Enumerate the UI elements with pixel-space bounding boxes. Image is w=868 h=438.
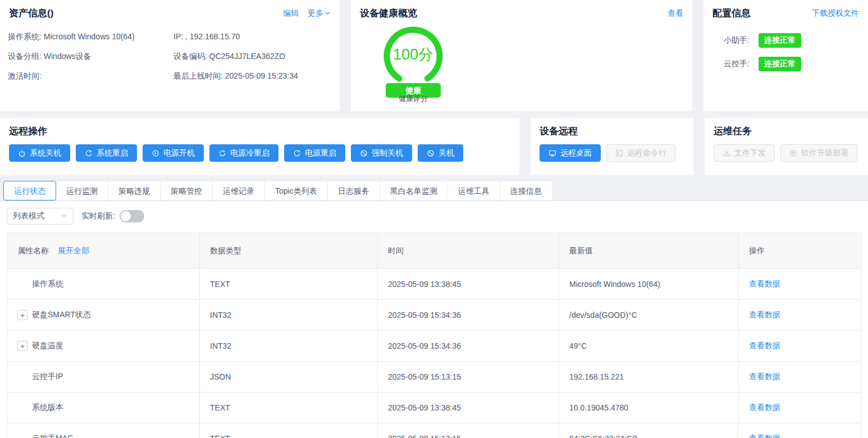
col-latest-value: 最新值 [559, 233, 739, 269]
asset-field-last-online: 最后上线时间: 2025-05-09 15:23:34 [173, 71, 332, 81]
remote-ops-title: 远程操作 [9, 125, 47, 138]
chevron-down-icon [325, 10, 331, 16]
remote-operations-panel: 远程操作 系统关机 系统重启 电源开机 电源冷重启 电源重启 [0, 118, 519, 175]
health-gauge: 100分 健康评分 健康 [380, 24, 446, 98]
tab-policy-violation[interactable]: 策略违规 [108, 181, 161, 200]
assistant-status-badge: 连接正常 [759, 33, 801, 48]
action-row: 远程操作 系统关机 系统重启 电源开机 电源冷重启 电源重启 [0, 118, 868, 175]
table-row: +硬盘温度 INT32 2025-05-09 15:34:36 49°C 查看数… [7, 331, 861, 362]
system-restart-button[interactable]: 系统重启 [76, 144, 137, 162]
shutdown-button[interactable]: 关机 [418, 144, 463, 162]
remote-cli-button[interactable]: 远程命令行 [606, 144, 675, 162]
power-icon [18, 149, 26, 157]
asset-field-code: 设备编码: QC254JJ7LEA362ZO [173, 52, 332, 62]
view-data-link[interactable]: 查看数据 [749, 372, 780, 382]
view-data-link[interactable]: 查看数据 [749, 403, 780, 413]
download-license-link[interactable]: 下载授权文件 [812, 8, 859, 19]
tab-content: 列表模式 实时刷新: 属性名称展开全部 数据类型 时间 最新值 操作 操作系统 … [0, 201, 868, 438]
edit-link[interactable]: 编辑 [283, 8, 299, 19]
file-dispatch-button[interactable]: 文件下发 [714, 144, 775, 162]
tab-running-monitor[interactable]: 运行监测 [56, 181, 108, 200]
config-row-assistant: 小助手: 连接正常 [724, 33, 868, 48]
col-data-type: 数据类型 [200, 233, 378, 269]
asset-field-group: 设备分组: Windows设备 [8, 52, 173, 62]
tab-topic-list[interactable]: Topic类列表 [265, 181, 328, 200]
cloud-controller-status-badge: 连接正常 [759, 57, 801, 71]
health-score: 100分 [380, 44, 446, 65]
table-row: +硬盘SMART状态 INT32 2025-05-09 15:34:36 /de… [7, 300, 861, 331]
health-view-link[interactable]: 查看 [668, 8, 683, 19]
device-remote-title: 设备远程 [540, 125, 578, 138]
tab-bar: 运行状态 运行监测 策略违规 策略管控 运维记录 Topic类列表 日志服务 黑… [0, 181, 868, 201]
remote-desktop-button[interactable]: 远程桌面 [540, 144, 601, 162]
ops-tasks-title: 运维任务 [714, 125, 752, 138]
tab-connection-info[interactable]: 连接信息 [500, 181, 552, 200]
table-row: 云控手MAC TEXT 2025-05-09 15:13:15 94:3C:C6… [7, 423, 861, 438]
table-row: 系统版本 TEXT 2025-05-09 13:38:45 10.0.19045… [7, 393, 861, 423]
tab-blackwhite-monitor[interactable]: 黑白名单监测 [380, 181, 448, 200]
config-info-panel: 配置信息 下载授权文件 小助手: 连接正常 云控手: 连接正常 [703, 0, 868, 111]
config-title: 配置信息 [712, 7, 751, 20]
software-upgrade-deploy-button[interactable]: 软件升级部署 [780, 144, 857, 162]
col-action: 操作 [739, 233, 861, 269]
expand-all-link[interactable]: 展开全部 [58, 246, 89, 256]
attributes-table: 属性名称展开全部 数据类型 时间 最新值 操作 操作系统 TEXT 2025-0… [7, 232, 861, 438]
device-remote-panel: 设备远程 远程桌面 远程命令行 [531, 118, 693, 175]
refresh-icon [218, 149, 226, 157]
toggle-knob [121, 211, 131, 221]
monitor-icon [549, 149, 556, 157]
view-data-link[interactable]: 查看数据 [749, 279, 780, 289]
reload-icon [293, 149, 301, 157]
health-title: 设备健康概览 [360, 7, 417, 20]
view-data-link[interactable]: 查看数据 [749, 310, 780, 320]
col-time: 时间 [378, 233, 559, 269]
power-on-button[interactable]: 电源开机 [143, 144, 204, 162]
tab-policy-control[interactable]: 策略管控 [161, 181, 213, 200]
ops-tasks-panel: 运维任务 文件下发 软件升级部署 [705, 118, 868, 175]
more-link[interactable]: 更多 [308, 8, 331, 19]
view-data-link[interactable]: 查看数据 [749, 434, 780, 438]
tab-ops-tools[interactable]: 运维工具 [448, 181, 500, 200]
col-attr-name: 属性名称 [17, 246, 49, 256]
power-restart-button[interactable]: 电源重启 [284, 144, 345, 162]
chevron-down-icon [61, 212, 67, 219]
list-mode-select[interactable]: 列表模式 [7, 208, 74, 225]
system-shutdown-button[interactable]: 系统关机 [9, 144, 70, 162]
tab-running-status[interactable]: 运行状态 [3, 181, 56, 200]
ban-icon [427, 149, 435, 157]
health-score-label: 健康评分 [380, 94, 446, 104]
asset-field-os: 操作系统: Microsoft Windows 10(64) [8, 32, 173, 42]
expand-button[interactable]: + [17, 341, 28, 351]
realtime-refresh-label: 实时刷新: [81, 211, 115, 221]
realtime-refresh-toggle[interactable] [120, 210, 144, 222]
power-cold-restart-button[interactable]: 电源冷重启 [209, 144, 278, 162]
device-health-panel: 设备健康概览 查看 100分 健康评分 健康 [351, 0, 692, 111]
top-row: 资产信息() 编辑 更多 操作系统: Microsoft Windows 10(… [0, 0, 868, 111]
asset-field-ip: IP: , 192.168.15.70 [173, 32, 332, 42]
view-data-link[interactable]: 查看数据 [749, 341, 780, 351]
asset-info-title: 资产信息() [9, 7, 53, 20]
ban-icon [360, 149, 368, 157]
table-header-row: 属性名称展开全部 数据类型 时间 最新值 操作 [7, 233, 861, 269]
upload-circle-icon [789, 149, 797, 157]
config-row-cloud-controller: 云控手: 连接正常 [724, 57, 868, 71]
download-icon [723, 149, 730, 157]
play-circle-icon [152, 149, 159, 157]
reload-icon [85, 149, 93, 157]
terminal-icon [615, 149, 623, 157]
tab-log-service[interactable]: 日志服务 [328, 181, 380, 200]
tab-ops-records[interactable]: 运维记录 [213, 181, 265, 200]
asset-info-panel: 资产信息() 编辑 更多 操作系统: Microsoft Windows 10(… [0, 0, 340, 111]
force-shutdown-button[interactable]: 强制关机 [351, 144, 412, 162]
table-row: 云控手IP JSON 2025-05-09 15:13:15 192.168.1… [7, 362, 861, 393]
expand-button[interactable]: + [17, 310, 28, 320]
table-row: 操作系统 TEXT 2025-05-09 13:38:45 Microsoft … [7, 269, 861, 300]
asset-field-activate-time: 激活时间: [8, 71, 173, 81]
